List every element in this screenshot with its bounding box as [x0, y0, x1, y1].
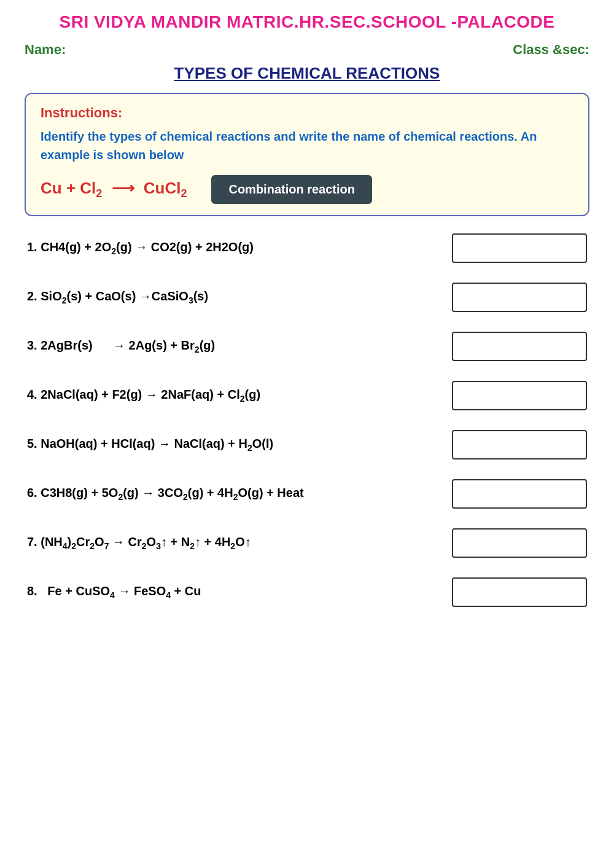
instructions-box: Instructions: Identify the types of chem…: [25, 93, 589, 216]
arrow-icon: ⟶: [112, 179, 134, 198]
instructions-title: Instructions:: [41, 105, 573, 121]
answer-box-2[interactable]: [452, 283, 587, 312]
page-title: TYPES OF CHEMICAL REACTIONS: [25, 64, 589, 83]
question-2-text: 2. SiO2(s) + CaO(s) →CaSiO3(s): [27, 289, 452, 305]
answer-box-7[interactable]: [452, 528, 587, 558]
question-row: 6. C3H8(g) + 5O2(g) → 3CO2(g) + 4H2O(g) …: [25, 479, 589, 509]
answer-box-8[interactable]: [452, 577, 587, 607]
question-7-text: 7. (NH4)2Cr2O7 → Cr2O3↑ + N2↑ + 4H2O↑: [27, 535, 452, 551]
question-row: 8. Fe + CuSO4 → FeSO4 + Cu: [25, 577, 589, 607]
class-label: Class &sec:: [513, 42, 589, 58]
questions-section: 1. CH4(g) + 2O2(g) → CO2(g) + 2H2O(g) 2.…: [25, 233, 589, 607]
question-row: 7. (NH4)2Cr2O7 → Cr2O3↑ + N2↑ + 4H2O↑: [25, 528, 589, 558]
question-row: 3. 2AgBr(s) → 2Ag(s) + Br2(g): [25, 332, 589, 361]
question-3-text: 3. 2AgBr(s) → 2Ag(s) + Br2(g): [27, 338, 452, 354]
answer-box-5[interactable]: [452, 430, 587, 459]
answer-box-4[interactable]: [452, 381, 587, 410]
question-6-text: 6. C3H8(g) + 5O2(g) → 3CO2(g) + 4H2O(g) …: [27, 486, 452, 502]
question-row: 4. 2NaCl(aq) + F2(g) → 2NaF(aq) + Cl2(g): [25, 381, 589, 410]
question-row: 1. CH4(g) + 2O2(g) → CO2(g) + 2H2O(g): [25, 233, 589, 263]
answer-box-1[interactable]: [452, 233, 587, 263]
question-1-text: 1. CH4(g) + 2O2(g) → CO2(g) + 2H2O(g): [27, 240, 452, 256]
answer-box-6[interactable]: [452, 479, 587, 509]
example-row: Cu + Cl2 ⟶ CuCl2 Combination reaction: [41, 175, 573, 204]
combination-reaction-label: Combination reaction: [211, 175, 372, 204]
question-8-text: 8. Fe + CuSO4 → FeSO4 + Cu: [27, 584, 452, 600]
name-class-row: Name: Class &sec:: [25, 42, 589, 58]
name-label: Name:: [25, 42, 66, 58]
question-4-text: 4. 2NaCl(aq) + F2(g) → 2NaF(aq) + Cl2(g): [27, 388, 452, 404]
instructions-text: Identify the types of chemical reactions…: [41, 127, 573, 164]
example-equation: Cu + Cl2 ⟶ CuCl2: [41, 179, 187, 200]
answer-box-3[interactable]: [452, 332, 587, 361]
question-row: 2. SiO2(s) + CaO(s) →CaSiO3(s): [25, 283, 589, 312]
question-row: 5. NaOH(aq) + HCl(aq) → NaCl(aq) + H2O(l…: [25, 430, 589, 459]
school-title: SRI VIDYA MANDIR MATRIC.HR.SEC.SCHOOL -P…: [25, 12, 589, 32]
question-5-text: 5. NaOH(aq) + HCl(aq) → NaCl(aq) + H2O(l…: [27, 437, 452, 453]
